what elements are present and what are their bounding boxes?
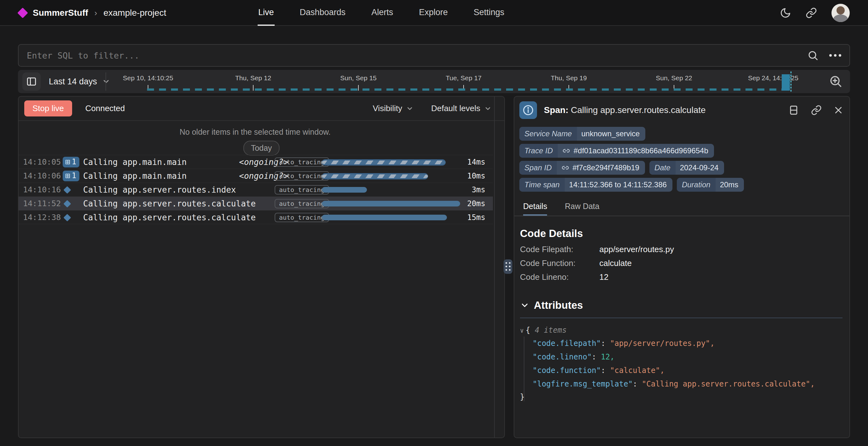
- scrollbar[interactable]: [494, 97, 495, 438]
- code-lineno-row: Code Lineno:12: [520, 272, 609, 282]
- row-message: Calling app.server.routes.calculate: [83, 211, 256, 224]
- date-badge: Date2024-09-24: [649, 161, 724, 175]
- row-message: Calling app.main.main: [83, 155, 187, 169]
- sql-filter-bar: [18, 44, 850, 67]
- today-button[interactable]: Today: [244, 141, 280, 156]
- tab-settings[interactable]: Settings: [473, 0, 505, 26]
- tick-label: Tue, Sep 17: [446, 74, 482, 82]
- duration-bar-track: [322, 159, 467, 165]
- tab-live[interactable]: Live: [258, 0, 275, 26]
- tab-dashboards[interactable]: Dashboards: [299, 0, 346, 26]
- chevron-down-icon: [520, 300, 529, 310]
- json-entry: "code.filepath": "app/server/routes.py",: [533, 339, 715, 348]
- duration-bar: [322, 201, 460, 206]
- table-row[interactable]: 14:10:16 Calling app.server.routes.index…: [19, 183, 493, 196]
- span-diamond-icon: [63, 186, 71, 194]
- row-duration: 10ms: [467, 169, 485, 183]
- moon-icon[interactable]: [780, 7, 791, 19]
- collapsed-spans-badge[interactable]: ⊞1: [63, 170, 80, 181]
- json-close-line: }: [520, 392, 524, 401]
- panel-resize-handle[interactable]: [504, 259, 513, 274]
- nav-actions: [780, 0, 850, 26]
- time-range-selector[interactable]: Last 14 days: [49, 70, 110, 93]
- stop-live-button[interactable]: Stop live: [24, 100, 72, 117]
- json-open-line[interactable]: ∨{ 4 items: [520, 326, 567, 334]
- trace-id-value: #df01acad0311189c8b66a466d969654b: [574, 146, 708, 155]
- span-diamond-icon: [63, 200, 71, 208]
- share-link-icon[interactable]: [806, 7, 817, 19]
- duration-bar-ongoing: [322, 173, 428, 180]
- row-duration: 20ms: [467, 197, 485, 211]
- more-options-icon[interactable]: [829, 54, 841, 57]
- row-time: 14:11:52: [23, 197, 61, 211]
- brand-logo-icon[interactable]: [17, 7, 28, 18]
- json-entry: "logfire.msg_template": "Calling app.ser…: [533, 380, 815, 388]
- live-feed-header: Stop live Connected Visibility Default l…: [19, 97, 504, 121]
- span-title: Span: Calling app.server.routes.calculat…: [544, 105, 706, 115]
- tick-label: Thu, Sep 19: [551, 74, 587, 82]
- info-icon: [519, 101, 537, 119]
- row-message: Calling app.server.routes.index: [83, 183, 236, 197]
- row-duration: 14ms: [467, 155, 485, 169]
- tick-label: Sep 10, 14:10:25: [123, 74, 173, 82]
- row-time: 14:10:06: [23, 169, 61, 183]
- timeline-selection-edge[interactable]: [790, 71, 792, 92]
- copy-link-icon[interactable]: [811, 105, 822, 116]
- chevron-down-icon: [406, 105, 413, 113]
- table-row[interactable]: 14:10:06 ⊞1 Calling app.main.main <ongoi…: [19, 169, 493, 183]
- table-row-selected[interactable]: 14:11:52 Calling app.server.routes.calcu…: [19, 196, 493, 210]
- breadcrumb-separator: ›: [94, 8, 97, 18]
- breadcrumb: SummerStuff › example-project: [19, 0, 166, 26]
- search-icon[interactable]: [807, 50, 818, 61]
- timeline-strip[interactable]: Sep 10, 14:10:25 Thu, Sep 12 Sun, Sep 15…: [113, 70, 812, 93]
- span-detail-header: Span: Calling app.server.routes.calculat…: [519, 101, 843, 119]
- tag-auto-tracing[interactable]: auto_tracing: [275, 171, 329, 181]
- timeline-bar: Last 14 days Sep 10, 14:10:25 Thu, Sep 1…: [18, 70, 850, 93]
- zoom-in-icon[interactable]: [829, 74, 842, 88]
- sidebar-toggle-icon[interactable]: [22, 72, 41, 91]
- timespan-badge: Time span14:11:52.366 to 14:11:52.386: [519, 178, 673, 192]
- split-view-icon[interactable]: [788, 105, 799, 116]
- default-levels-dropdown[interactable]: Default levels: [431, 103, 492, 113]
- live-feed-panel: Stop live Connected Visibility Default l…: [18, 96, 505, 438]
- tick-label: Thu, Sep 12: [235, 74, 271, 82]
- avatar[interactable]: [832, 4, 850, 22]
- tab-alerts[interactable]: Alerts: [371, 0, 394, 26]
- attributes-heading: Attributes: [534, 299, 583, 311]
- timeline-activity-spike: [782, 74, 790, 91]
- span-link-icon[interactable]: [561, 164, 569, 172]
- org-name[interactable]: SummerStuff: [33, 8, 88, 18]
- project-name[interactable]: example-project: [103, 8, 166, 18]
- tag-auto-tracing[interactable]: auto_tracing: [275, 213, 329, 222]
- tab-details[interactable]: Details: [523, 200, 547, 216]
- span-meta-badges: Service Nameunknown_service Trace ID#df0…: [519, 127, 843, 195]
- timeline-activity-dashes: [147, 89, 789, 91]
- trace-id-badge: Trace ID#df01acad0311189c8b66a466d969654…: [519, 144, 714, 158]
- sql-filter-input[interactable]: [27, 51, 807, 60]
- tab-raw-data[interactable]: Raw Data: [565, 200, 599, 216]
- tag-auto-tracing[interactable]: auto_tracing: [275, 199, 329, 209]
- table-row[interactable]: 14:12:38 Calling app.server.routes.calcu…: [19, 210, 493, 224]
- duration-bar: [322, 215, 447, 220]
- tag-auto-tracing[interactable]: auto_tracing: [275, 185, 329, 194]
- tab-explore[interactable]: Explore: [418, 0, 448, 26]
- span-detail-panel: Span: Calling app.server.routes.calculat…: [514, 96, 850, 438]
- top-nav: SummerStuff › example-project Live Dashb…: [0, 0, 868, 26]
- visibility-dropdown[interactable]: Visibility: [373, 103, 413, 113]
- duration-bar-track: [322, 173, 467, 179]
- duration-bar-track: [322, 187, 467, 193]
- table-row[interactable]: 14:10:05 ⊞1 Calling app.main.main <ongoi…: [19, 155, 493, 169]
- default-levels-label: Default levels: [431, 103, 480, 113]
- collapsed-spans-badge[interactable]: ⊞1: [63, 157, 80, 167]
- span-type-label: Span:: [544, 105, 568, 115]
- tag-auto-tracing[interactable]: auto_tracing: [275, 157, 329, 167]
- json-entry: "code.function": "calculate",: [533, 366, 664, 375]
- row-message: Calling app.main.main: [83, 169, 187, 183]
- attributes-section-toggle[interactable]: Attributes: [520, 299, 583, 311]
- code-filepath-row: Code Filepath:app/server/routes.py: [520, 245, 674, 254]
- expand-icon: ⊞: [65, 157, 70, 166]
- duration-bar: [322, 187, 367, 193]
- trace-link-icon[interactable]: [562, 147, 570, 155]
- code-function-row: Code Function:calculate: [520, 258, 632, 268]
- close-icon[interactable]: [834, 105, 843, 115]
